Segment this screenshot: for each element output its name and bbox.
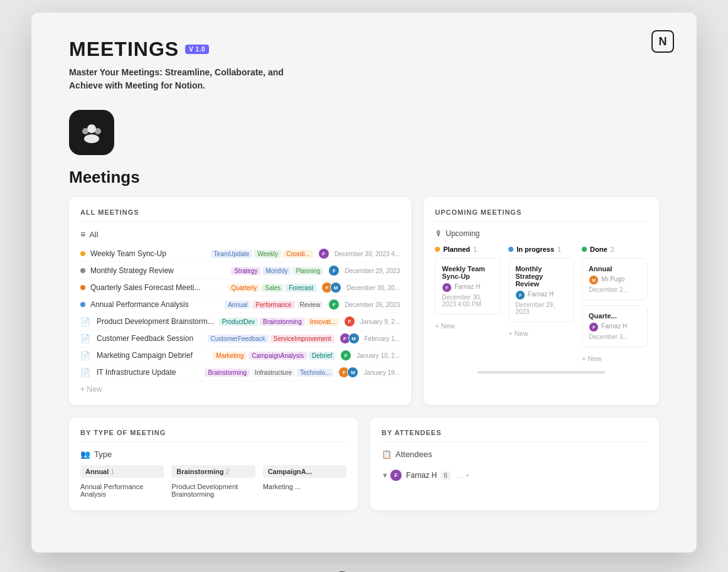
avatars: F [328,265,340,276]
meeting-row[interactable]: 📄 Marketing Campaign Debrief Marketing C… [80,347,400,364]
card-avatar: F [515,290,525,300]
meeting-row[interactable]: Quarterly Sales Forecast Meeti... Quarte… [80,279,400,296]
tags-row: Brainstorming Infrastructure Technolo... [205,369,333,377]
tag: Brainstorming [260,318,305,326]
inprogress-dot [508,247,513,252]
type-icon: 👥 [80,450,90,459]
doc-icon: 📄 [80,351,90,360]
status-dot [80,285,85,290]
meeting-name: Marketing Campaign Debrief [97,351,208,360]
card-date: December 30, 2023 4:00 PM [442,294,494,308]
microphone-icon: 🎙 [435,229,442,238]
type-column: Annual 1 Annual Performance Analysis [80,465,164,499]
tag: Marketing [213,352,247,360]
inprogress-add-new[interactable]: + New [508,327,574,340]
done-label: Done [590,246,608,253]
inprogress-count: 1 [557,246,561,253]
kanban-card[interactable]: Quarte... F Farnaz H December 3... [582,305,648,347]
planned-dot [435,247,440,252]
view-selector[interactable]: ≡ All [80,229,400,239]
meeting-row[interactable]: Weekly Team Sync-Up TeamUpdate Weekly Co… [80,246,400,262]
planned-count: 1 [473,246,477,253]
meeting-date: February 1... [365,335,400,342]
tag: Strategy [231,267,260,275]
status-dot [80,251,85,256]
card-date: December 29, 2023 [515,301,567,315]
upcoming-filter[interactable]: 🎙 Upcoming [435,229,648,238]
attendees-view-selector[interactable]: 📋 Attendees [382,450,648,459]
tag: Sales [262,284,284,292]
by-type-title: BY TYPE OF MEETING [80,429,346,442]
card-title: Monthly Strategy Review [515,265,567,288]
kanban-col-planned: Planned 1 Weekly Team Sync-Up F Farnaz H… [435,246,501,365]
avatar: M [330,282,341,293]
card-avatar: F [589,322,599,332]
meeting-date: December 30, 2023 4... [335,251,400,257]
main-title: MEETINGS [69,38,179,61]
type-col-header: Annual 1 [80,465,164,478]
avatars: F [318,248,329,259]
meeting-row[interactable]: Annual Performance Analysis Annual Perfo… [80,296,400,313]
tags-row: CustomerFeedback ServiceImprovement [208,335,335,343]
planned-add-new[interactable]: + New [435,320,501,332]
tag: Innovat... [307,318,339,326]
tag: ProductDev [219,318,258,326]
kanban-card[interactable]: Monthly Strategy Review F Farnaz H Decem… [508,258,574,322]
tag: Quarterly [228,284,260,292]
meeting-row[interactable]: 📄 Customer Feedback Session CustomerFeed… [80,330,400,347]
done-count: 2 [611,246,614,253]
type-grid: Annual 1 Annual Performance Analysis Bra… [80,465,346,499]
tag: ServiceImprovement [270,335,335,343]
col-header-planned: Planned 1 [435,246,501,253]
meeting-row[interactable]: 📄 Product Development Brainstorm... Prod… [80,313,400,330]
kanban-card[interactable]: Weekly Team Sync-Up F Farnaz H December … [435,258,501,315]
by-attendees-panel: BY ATTENDEES 📋 Attendees ▼ F Farnaz H 6 … [370,418,659,510]
card-date: December 3... [589,333,641,340]
avatars: F [328,299,340,310]
type-item[interactable]: Product Development Brainstorming [171,482,255,499]
avatar: F [344,316,355,327]
attendee-actions[interactable]: … + [457,472,469,479]
col-header-done: Done 2 [582,246,648,253]
kanban-col-done: Done 2 Annual M Mr.Pugo December 2... Qu… [582,246,648,365]
planned-label: Planned [443,246,470,253]
card-title: Weekly Team Sync-Up [442,265,494,280]
filter-label: Upcoming [446,229,479,238]
add-new-button[interactable]: + New [80,381,400,394]
by-attendees-title: BY ATTENDEES [382,429,648,442]
avatars: F [340,350,351,361]
meeting-name: Customer Feedback Session [97,334,203,343]
title-row: MEETINGS V 1.0 [69,38,659,61]
meeting-row[interactable]: 📄 IT Infrastructure Update Brainstorming… [80,364,400,381]
avatars: F [344,316,355,327]
type-item[interactable]: Marketing ... [263,482,346,492]
attendees-view-label: Attendees [395,450,432,459]
meeting-name: Monthly Strategy Review [90,266,226,275]
type-view-label: Type [94,450,112,459]
svg-point-2 [82,128,88,134]
tag: Coordi... [283,250,313,258]
type-view-selector[interactable]: 👥 Type [80,450,346,459]
tag: CampaignAnalysis [249,352,307,360]
meeting-date: January 19... [363,369,400,376]
page-wrapper: N MEETINGS V 1.0 Master Your Meetings: S… [31,13,697,553]
avatar: F [318,248,329,259]
app-icon [69,110,114,155]
attendees-row[interactable]: ▼ F Farnaz H 6 … + [382,465,648,485]
attendee-name: Farnaz H [406,471,437,480]
card-title: Annual [589,265,641,273]
doc-icon: 📄 [80,317,90,326]
all-meetings-title: ALL MEETINGS [80,208,400,222]
type-column: CampaignA... Marketing ... [263,465,346,499]
list-icon: ≡ [80,229,85,239]
meeting-row[interactable]: Monthly Strategy Review Strategy Monthly… [80,262,400,279]
view-label: All [89,230,98,239]
type-item[interactable]: Annual Performance Analysis [80,482,164,499]
doc-icon: 📄 [80,368,90,377]
done-add-new[interactable]: + New [582,352,648,365]
kanban-card[interactable]: Annual M Mr.Pugo December 2... [582,258,648,300]
status-dot [80,302,85,307]
avatar: M [348,333,360,344]
header-section: MEETINGS V 1.0 Master Your Meetings: Str… [69,38,659,92]
card-title: Quarte... [589,312,641,320]
